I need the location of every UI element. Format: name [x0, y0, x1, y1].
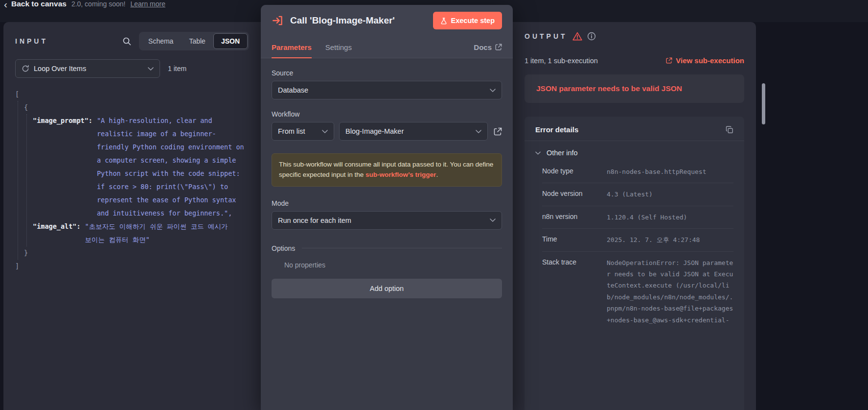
chevron-down-icon: [535, 151, 541, 155]
workflow-label: Workflow: [272, 110, 502, 118]
announcement-text: 2.0, coming soon!: [71, 0, 126, 8]
options-label: Options: [272, 244, 295, 252]
chevron-down-icon: [490, 218, 496, 222]
options-divider: [302, 248, 502, 248]
view-sub-execution-label: View sub-execution: [676, 56, 744, 65]
other-info-toggle[interactable]: Other info: [535, 149, 733, 157]
source-value: Database: [278, 86, 308, 94]
mode-select[interactable]: Run once for each item: [272, 211, 502, 230]
json-array-open: [: [15, 88, 249, 101]
chevron-down-icon: [476, 130, 481, 133]
learn-more-link[interactable]: Learn more: [130, 0, 165, 8]
search-icon: [122, 37, 131, 46]
sub-workflow-notice: This sub-workflow will consume all input…: [272, 153, 502, 187]
copy-icon: [726, 126, 733, 134]
workflow-select[interactable]: Blog-Image-Maker: [339, 122, 488, 141]
json-array-close: ]: [15, 260, 249, 273]
copy-button[interactable]: [726, 126, 733, 134]
back-to-canvas-link[interactable]: ‹ Back to canvas: [4, 0, 67, 9]
execute-step-button[interactable]: Execute step: [433, 12, 502, 29]
row-label: Stack trace: [542, 257, 607, 326]
external-link-icon: [494, 127, 502, 136]
card-divider: [525, 141, 744, 141]
output-panel: OUTPUT 1 item, 1 sub-execution View sub-…: [513, 22, 756, 410]
input-item-count: 1 item: [168, 65, 186, 72]
node-settings-modal: Call 'Blog-Image-Maker' Execute step Par…: [261, 5, 513, 410]
node-tabs: Parameters Settings Docs: [261, 36, 513, 58]
sub-workflow-trigger-link[interactable]: sub-workflow’s trigger: [365, 171, 436, 178]
error-details-card: Error details Other info Node type n8n-n…: [525, 117, 744, 410]
workflow-mode-value: From list: [278, 127, 305, 135]
output-panel-title: OUTPUT: [525, 32, 568, 40]
docs-link[interactable]: Docs: [474, 36, 502, 58]
source-select[interactable]: Database: [272, 81, 502, 99]
tab-settings[interactable]: Settings: [325, 36, 352, 58]
error-banner: JSON parameter needs to be valid JSON: [525, 74, 744, 103]
node-parameters: Source Database Workflow From list Blog-…: [261, 58, 513, 309]
tab-schema[interactable]: Schema: [140, 33, 181, 49]
notice-text-end: .: [436, 171, 438, 178]
table-row: Time 2025. 12. 7. 오후 4:27:48: [542, 229, 733, 251]
no-properties-text: No properties: [284, 261, 502, 269]
json-key: "image_alt":: [33, 220, 81, 246]
chevron-down-icon: [148, 67, 154, 71]
input-view-tabs: Schema Table JSON: [139, 32, 249, 50]
workflow-mode-select[interactable]: From list: [272, 122, 334, 141]
json-property: "image_alt": "초보자도 이해하기 쉬운 파이썬 코드 예시가 보이…: [33, 220, 249, 246]
row-value: NodeOperationError: JSON parameter needs…: [607, 257, 733, 326]
chevron-down-icon: [490, 89, 496, 92]
table-row: n8n version 1.120.4 (Self Hosted): [542, 206, 733, 229]
add-option-button[interactable]: Add option: [272, 279, 502, 298]
json-object-close: }: [24, 246, 249, 260]
input-source-select[interactable]: Loop Over Items: [15, 59, 160, 78]
output-summary: 1 item, 1 sub-execution: [525, 57, 598, 65]
json-value: "초보자도 이해하기 쉬운 파이썬 코드 예시가 보이는 컴퓨터 화면": [85, 220, 249, 246]
row-value: 4.3 (Latest): [607, 189, 733, 200]
warning-icon: [572, 32, 582, 41]
row-label: Node version: [542, 189, 607, 200]
other-info-label: Other info: [547, 149, 578, 157]
docs-label: Docs: [474, 43, 492, 51]
source-label: Source: [272, 69, 502, 77]
tab-json[interactable]: JSON: [213, 33, 248, 49]
row-value: 1.120.4 (Self Hosted): [607, 212, 733, 223]
table-row: Node type n8n-nodes-base.httpRequest: [542, 161, 733, 183]
row-value: n8n-nodes-base.httpRequest: [607, 166, 733, 177]
search-button[interactable]: [122, 37, 131, 46]
json-object-open: {: [24, 101, 249, 114]
open-workflow-button[interactable]: [494, 127, 502, 136]
mode-label: Mode: [272, 199, 502, 207]
loop-icon: [22, 65, 29, 72]
chevron-left-icon: ‹: [4, 0, 7, 9]
external-link-icon: [495, 44, 502, 50]
external-link-icon: [666, 57, 672, 64]
node-title: Call 'Blog-Image-Maker': [290, 15, 395, 26]
row-label: Node type: [542, 166, 607, 177]
mode-value: Run once for each item: [278, 217, 351, 224]
input-source-value: Loop Over Items: [34, 65, 86, 72]
n8n-node-detail-view: ‹ Back to canvas 2.0, coming soon! Learn…: [0, 0, 868, 410]
error-details-title: Error details: [535, 125, 578, 134]
json-property: "image_prompt": "A high-resolution, clea…: [33, 114, 249, 220]
row-value: 2025. 12. 7. 오후 4:27:48: [607, 234, 733, 245]
tab-parameters[interactable]: Parameters: [272, 36, 312, 58]
flask-icon: [440, 17, 447, 24]
error-info-table: Node type n8n-nodes-base.httpRequest Nod…: [542, 161, 733, 331]
tab-table[interactable]: Table: [181, 33, 213, 49]
workflow-value: Blog-Image-Maker: [345, 127, 404, 135]
row-label: n8n version: [542, 212, 607, 223]
chevron-down-icon: [322, 130, 328, 133]
json-value: "A high-resolution, clear and realistic …: [97, 114, 249, 220]
info-icon[interactable]: [587, 32, 596, 41]
json-key: "image_prompt":: [33, 114, 92, 220]
scrollbar-thumb[interactable]: [762, 83, 765, 124]
table-row: Node version 4.3 (Latest): [542, 183, 733, 206]
input-panel-title: INPUT: [15, 37, 48, 45]
back-to-canvas-label: Back to canvas: [11, 0, 67, 8]
json-viewer: [ { "image_prompt": "A high-resolution, …: [15, 88, 249, 273]
table-row: Stack trace NodeOperationError: JSON par…: [542, 252, 733, 331]
input-panel: INPUT Schema Table JSON Loop Over Items …: [3, 22, 261, 410]
row-label: Time: [542, 234, 607, 245]
execute-step-label: Execute step: [451, 17, 495, 24]
view-sub-execution-link[interactable]: View sub-execution: [666, 56, 744, 65]
